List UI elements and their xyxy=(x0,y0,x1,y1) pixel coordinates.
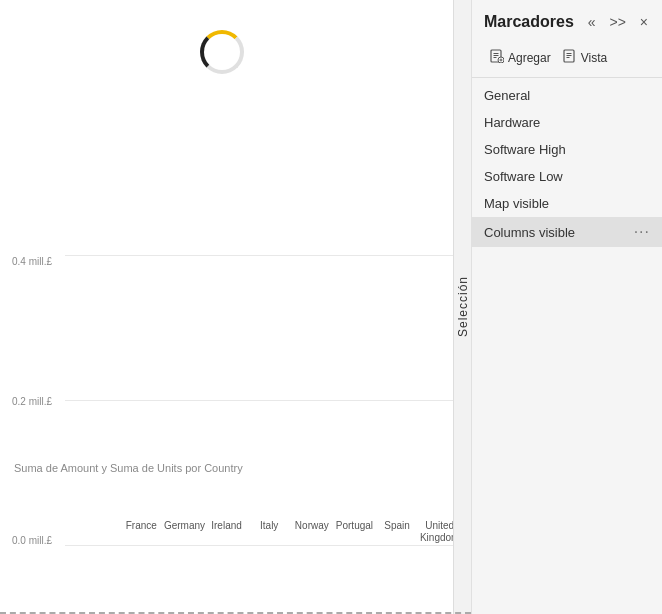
x-label-portugal: Portugal xyxy=(334,520,374,532)
x-label-italy: Italy xyxy=(249,520,289,532)
bookmark-software-high-label: Software High xyxy=(484,142,566,157)
panel-title: Marcadores xyxy=(484,13,574,31)
bars-container xyxy=(65,256,461,546)
bookmark-map-visible[interactable]: Map visible xyxy=(472,190,662,217)
agregar-button[interactable]: Agregar xyxy=(484,46,557,69)
panel-divider xyxy=(472,77,662,78)
x-label-spain: Spain xyxy=(377,520,417,532)
agregar-icon xyxy=(490,49,504,66)
panel-actions: Agregar Vista xyxy=(472,42,662,77)
bookmark-hardware-label: Hardware xyxy=(484,115,540,130)
bookmark-map-visible-label: Map visible xyxy=(484,196,549,211)
panel-header: Marcadores « >> × xyxy=(472,0,662,42)
y-label-0: 0.0 mill.£ xyxy=(12,535,52,546)
vista-icon xyxy=(563,49,577,66)
x-labels: France Germany Ireland Italy Norway Port… xyxy=(120,516,461,546)
y-label-1: 0.2 mill.£ xyxy=(12,396,52,407)
collapse-icon-btn[interactable]: « xyxy=(584,12,600,32)
bookmark-dots[interactable]: ··· xyxy=(634,223,650,241)
chart-area: Suma de Amount y Suma de Units por Count… xyxy=(0,0,472,614)
bookmark-hardware[interactable]: Hardware xyxy=(472,109,662,136)
bookmark-software-low-label: Software Low xyxy=(484,169,563,184)
bookmark-general-label: General xyxy=(484,88,530,103)
marcadores-panel: Marcadores « >> × Agregar xyxy=(472,0,662,614)
bookmark-general[interactable]: General xyxy=(472,82,662,109)
close-icon-btn[interactable]: × xyxy=(636,12,652,32)
seleccion-label: Selección xyxy=(456,276,470,337)
seleccion-tab[interactable]: Selección xyxy=(453,0,471,614)
bookmark-software-high[interactable]: Software High xyxy=(472,136,662,163)
bookmark-list: General Hardware Software High Software … xyxy=(472,82,662,614)
header-icons: « >> × xyxy=(584,12,652,32)
bookmark-columns-visible[interactable]: Columns visible ··· xyxy=(472,217,662,247)
y-label-2: 0.4 mill.£ xyxy=(12,256,52,267)
bookmark-columns-visible-label: Columns visible xyxy=(484,225,575,240)
x-label-ireland: Ireland xyxy=(207,520,247,532)
bookmark-software-low[interactable]: Software Low xyxy=(472,163,662,190)
vista-label: Vista xyxy=(581,51,607,65)
x-label-norway: Norway xyxy=(292,520,332,532)
agregar-label: Agregar xyxy=(508,51,551,65)
bar-chart: 0.0 mill.£ 0.2 mill.£ 0.4 mill.£ xyxy=(10,256,461,576)
vista-button[interactable]: Vista xyxy=(557,46,613,69)
expand-icon-btn[interactable]: >> xyxy=(605,12,629,32)
chart-plot: France Germany Ireland Italy Norway Port… xyxy=(65,256,461,546)
loading-spinner xyxy=(200,30,260,90)
x-label-france: France xyxy=(121,520,161,532)
x-label-germany: Germany xyxy=(164,520,204,532)
y-axis: 0.0 mill.£ 0.2 mill.£ 0.4 mill.£ xyxy=(10,256,52,546)
